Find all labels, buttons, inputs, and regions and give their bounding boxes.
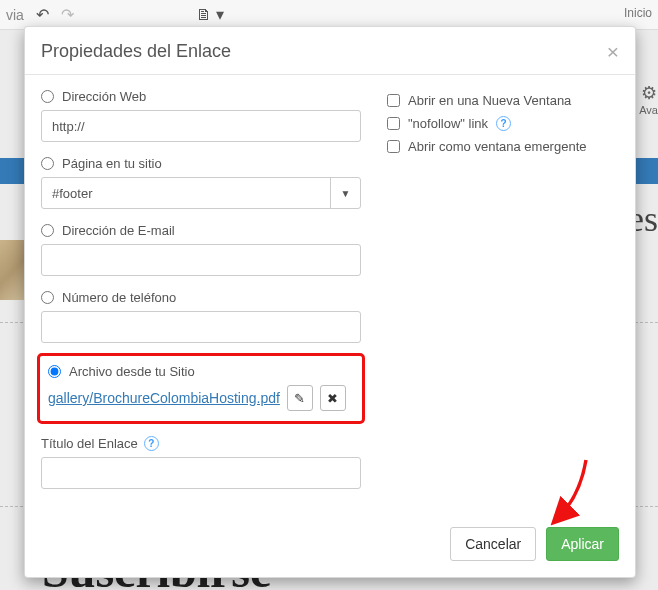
help-icon[interactable]: ?: [144, 436, 159, 451]
chevron-down-icon[interactable]: ▼: [330, 178, 360, 208]
email-label: Dirección de E-mail: [62, 223, 175, 238]
new-window-label: Abrir en una Nueva Ventana: [408, 93, 571, 108]
via-text: via: [6, 7, 24, 23]
link-title-input[interactable]: [41, 457, 361, 489]
apply-button[interactable]: Aplicar: [546, 527, 619, 561]
inicio-label: Inicio: [624, 6, 652, 20]
modal-header: Propiedades del Enlace ×: [25, 27, 635, 75]
site-page-dropdown[interactable]: #footer ▼: [41, 177, 361, 209]
link-title-label-row: Título del Enlace ?: [41, 436, 361, 451]
file-link[interactable]: gallery/BrochureColombiaHosting.pdf: [48, 390, 280, 406]
popup-label: Abrir como ventana emergente: [408, 139, 586, 154]
modal-title: Propiedades del Enlace: [41, 41, 231, 62]
site-page-label: Página en tu sitio: [62, 156, 162, 171]
email-group: Dirección de E-mail: [41, 223, 361, 276]
site-page-radio[interactable]: [41, 157, 54, 170]
email-radio[interactable]: [41, 224, 54, 237]
page-icon[interactable]: 🗎 ▾: [196, 5, 224, 24]
remove-file-icon[interactable]: ✖: [320, 385, 346, 411]
redo-icon[interactable]: ↷: [61, 5, 74, 24]
ava-label: ⚙ Ava: [639, 82, 658, 116]
new-window-row[interactable]: Abrir en una Nueva Ventana: [387, 93, 619, 108]
undo-icon[interactable]: ↶: [36, 5, 49, 24]
site-page-radio-row[interactable]: Página en tu sitio: [41, 156, 361, 171]
modal-body: Dirección Web Página en tu sitio #footer…: [25, 75, 635, 513]
phone-radio-row[interactable]: Número de teléfono: [41, 290, 361, 305]
nofollow-checkbox[interactable]: [387, 117, 400, 130]
web-address-radio[interactable]: [41, 90, 54, 103]
web-address-group: Dirección Web: [41, 89, 361, 142]
file-highlight-box: Archivo desde tu Sitio gallery/BrochureC…: [37, 353, 365, 424]
left-column: Dirección Web Página en tu sitio #footer…: [41, 89, 361, 503]
nofollow-row[interactable]: "nofollow" link ?: [387, 116, 619, 131]
phone-input[interactable]: [41, 311, 361, 343]
file-radio[interactable]: [48, 365, 61, 378]
web-address-label: Dirección Web: [62, 89, 146, 104]
file-radio-row[interactable]: Archivo desde tu Sitio: [48, 364, 354, 379]
modal-footer: Cancelar Aplicar: [25, 513, 635, 577]
file-label: Archivo desde tu Sitio: [69, 364, 195, 379]
phone-label: Número de teléfono: [62, 290, 176, 305]
web-address-radio-row[interactable]: Dirección Web: [41, 89, 361, 104]
email-radio-row[interactable]: Dirección de E-mail: [41, 223, 361, 238]
web-address-input[interactable]: [41, 110, 361, 142]
link-properties-modal: Propiedades del Enlace × Dirección Web P…: [24, 26, 636, 578]
popup-row[interactable]: Abrir como ventana emergente: [387, 139, 619, 154]
link-title-group: Título del Enlace ?: [41, 436, 361, 489]
popup-checkbox[interactable]: [387, 140, 400, 153]
link-title-label: Título del Enlace: [41, 436, 138, 451]
right-column: Abrir en una Nueva Ventana "nofollow" li…: [387, 89, 619, 503]
new-window-checkbox[interactable]: [387, 94, 400, 107]
site-page-group: Página en tu sitio #footer ▼: [41, 156, 361, 209]
nofollow-label: "nofollow" link: [408, 116, 488, 131]
email-input[interactable]: [41, 244, 361, 276]
close-icon[interactable]: ×: [607, 41, 619, 62]
cancel-button[interactable]: Cancelar: [450, 527, 536, 561]
edit-file-icon[interactable]: ✎: [287, 385, 313, 411]
site-page-value: #footer: [52, 186, 92, 201]
phone-group: Número de teléfono: [41, 290, 361, 343]
help-icon[interactable]: ?: [496, 116, 511, 131]
phone-radio[interactable]: [41, 291, 54, 304]
